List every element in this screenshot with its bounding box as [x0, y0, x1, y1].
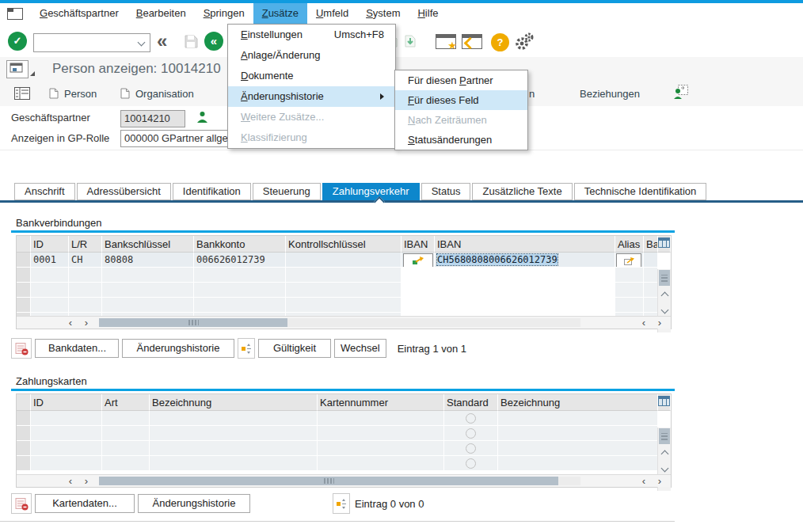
- bank-horizontal-scrollbar[interactable]: ‹ › ‹ ›: [17, 316, 671, 329]
- cell-iban[interactable]: CH5680808006626012739: [435, 253, 615, 268]
- cell[interactable]: [435, 283, 615, 298]
- submenu-item-fuer-diesen-partner[interactable]: Für diesen Partner: [395, 70, 527, 90]
- cell[interactable]: [402, 298, 435, 313]
- cell[interactable]: [498, 411, 658, 426]
- save-icon[interactable]: [185, 35, 198, 48]
- tab-steuerung[interactable]: Steuerung: [253, 183, 321, 200]
- menu-hilfe[interactable]: Hilfe: [409, 3, 447, 24]
- standard-radio[interactable]: [466, 428, 476, 439]
- submenu-item-statusaenderungen[interactable]: Statusänderungen: [395, 130, 527, 150]
- cell[interactable]: [102, 456, 150, 471]
- kartendaten-button[interactable]: Kartendaten...: [35, 494, 135, 513]
- cell[interactable]: [31, 268, 69, 283]
- cell[interactable]: [102, 441, 150, 456]
- scrollbar-track[interactable]: [99, 318, 580, 327]
- cell[interactable]: [286, 298, 402, 313]
- menu-item-einstellungen[interactable]: Einstellungen Umsch+F8: [228, 25, 395, 45]
- services-icon[interactable]: [6, 60, 29, 78]
- scrollbar-thumb[interactable]: [99, 318, 287, 327]
- iban-selected-value[interactable]: CH5680808006626012739: [437, 254, 558, 265]
- tab-zahlungsverkehr[interactable]: Zahlungsverkehr: [322, 183, 420, 200]
- menu-item-anlage-aenderung[interactable]: Anlage/Änderung: [228, 45, 395, 66]
- scroll-right-icon[interactable]: ›: [78, 475, 94, 487]
- bank-col-alias[interactable]: Alias: [615, 236, 644, 253]
- cell[interactable]: [31, 456, 102, 471]
- scroll-right-icon[interactable]: ›: [652, 317, 668, 329]
- bank-row-empty[interactable]: [17, 283, 671, 298]
- row-selector[interactable]: [17, 456, 31, 471]
- cell-bankschluessel[interactable]: 80808: [102, 253, 194, 268]
- cell[interactable]: [194, 268, 286, 283]
- locator-icon[interactable]: [14, 87, 30, 100]
- cell[interactable]: [402, 283, 435, 298]
- card-row-empty[interactable]: [17, 456, 671, 471]
- cell[interactable]: [498, 456, 658, 471]
- menu-bearbeiten[interactable]: Bearbeiten: [127, 3, 195, 24]
- scroll-down-icon[interactable]: [658, 302, 671, 317]
- menu-geschaeftspartner[interactable]: Geschäftspartner: [31, 3, 127, 24]
- cards-horizontal-scrollbar[interactable]: ‹ › ‹ ›: [17, 474, 671, 487]
- cell[interactable]: [615, 298, 644, 313]
- card-row-empty[interactable]: [17, 441, 671, 456]
- iban-generate-icon[interactable]: [403, 253, 433, 268]
- tab-identifikation[interactable]: Identifikation: [173, 183, 251, 200]
- cell[interactable]: [644, 268, 658, 283]
- cards-col-id[interactable]: ID: [31, 394, 102, 411]
- bankdaten-button[interactable]: Bankdaten...: [35, 339, 119, 358]
- cards-col-bezeichnung2[interactable]: Bezeichnung: [498, 394, 658, 411]
- cell[interactable]: [31, 298, 69, 313]
- cell[interactable]: [31, 426, 102, 441]
- cards-col-standard[interactable]: Standard: [444, 394, 498, 411]
- standard-radio[interactable]: [466, 458, 476, 469]
- cards-col-kartennummer[interactable]: Kartennummer: [318, 394, 444, 411]
- card-row-empty[interactable]: [17, 411, 671, 426]
- system-menu-icon[interactable]: [7, 8, 23, 20]
- cell[interactable]: [150, 426, 318, 441]
- card-row-empty[interactable]: [17, 426, 671, 441]
- bank-col-iban-button[interactable]: IBAN: [402, 236, 435, 253]
- cell[interactable]: [286, 283, 402, 298]
- menu-item-klassifizierung[interactable]: Klassifizierung: [228, 127, 395, 148]
- cell[interactable]: [194, 283, 286, 298]
- bank-col-lr[interactable]: L/R: [69, 236, 102, 253]
- delete-row-icon[interactable]: [11, 338, 32, 359]
- enter-check-icon[interactable]: ✓: [8, 32, 27, 51]
- download-page-icon[interactable]: [404, 35, 417, 48]
- cell[interactable]: [615, 268, 644, 283]
- row-selector[interactable]: [17, 298, 31, 313]
- cell[interactable]: [69, 283, 102, 298]
- tab-adressuebersicht[interactable]: Adressübersicht: [77, 183, 171, 200]
- create-organisation-button[interactable]: Organisation: [120, 81, 194, 106]
- row-selector[interactable]: [17, 411, 31, 426]
- cell-lr[interactable]: CH: [69, 253, 102, 268]
- cell[interactable]: [102, 283, 194, 298]
- cell[interactable]: [286, 268, 402, 283]
- cell[interactable]: [644, 283, 658, 298]
- table-settings-icon[interactable]: [658, 394, 671, 411]
- cell[interactable]: [194, 298, 286, 313]
- cell[interactable]: [69, 298, 102, 313]
- scrollbar-thumb[interactable]: [99, 477, 558, 485]
- cell[interactable]: [31, 411, 102, 426]
- scroll-left-icon[interactable]: ‹: [63, 475, 78, 487]
- create-person-button[interactable]: Person: [49, 81, 97, 106]
- scroll-left-icon[interactable]: ‹: [636, 475, 652, 487]
- submenu-item-nach-zeitraeumen[interactable]: Nach Zeiträumen: [395, 110, 527, 130]
- alias-icon[interactable]: [616, 253, 641, 268]
- help-icon[interactable]: ?: [491, 33, 509, 51]
- move-entry-icon[interactable]: [238, 338, 255, 359]
- scrollbar-thumb[interactable]: [659, 270, 670, 286]
- row-selector[interactable]: [17, 441, 31, 456]
- bank-col-selector[interactable]: [17, 236, 31, 253]
- chevron-down-icon[interactable]: [138, 39, 146, 47]
- row-selector[interactable]: [17, 268, 31, 283]
- bank-col-kontrollschluessel[interactable]: Kontrollschlüssel: [286, 236, 402, 253]
- scrollbar-thumb[interactable]: [659, 428, 670, 444]
- cards-col-selector[interactable]: [17, 394, 31, 411]
- table-settings-icon[interactable]: [658, 236, 671, 253]
- cell[interactable]: [435, 298, 615, 313]
- bank-row-empty[interactable]: [17, 298, 671, 313]
- wechsel-button[interactable]: Wechsel: [334, 339, 386, 358]
- cell[interactable]: [31, 283, 69, 298]
- cell[interactable]: [318, 426, 444, 441]
